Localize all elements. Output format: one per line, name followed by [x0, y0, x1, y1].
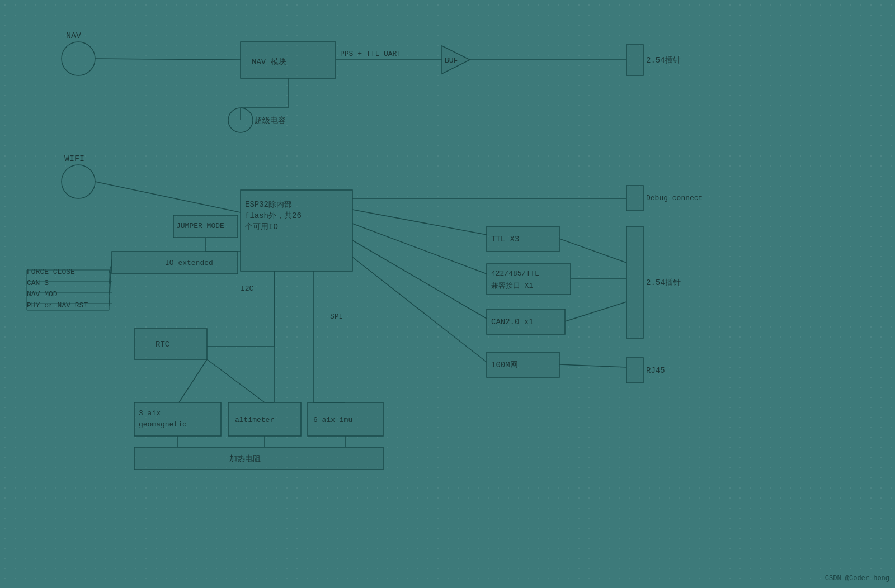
svg-text:超级电容: 超级电容	[255, 116, 286, 125]
svg-text:JUMPER MODE: JUMPER MODE	[176, 222, 224, 230]
svg-text:兼容接口 X1: 兼容接口 X1	[491, 281, 534, 290]
svg-text:NAV MOD: NAV MOD	[27, 290, 58, 298]
svg-rect-65	[626, 226, 643, 338]
svg-rect-50	[626, 186, 643, 211]
svg-line-67	[559, 239, 626, 263]
svg-text:422/485/TTL: 422/485/TTL	[491, 269, 539, 278]
svg-text:NAV 模块: NAV 模块	[252, 58, 286, 67]
svg-text:CAN S: CAN S	[27, 279, 49, 287]
svg-text:100M网: 100M网	[491, 361, 518, 369]
svg-text:PPS + TTL UART: PPS + TTL UART	[340, 50, 401, 58]
svg-text:SPI: SPI	[330, 312, 343, 321]
svg-text:WIFI: WIFI	[64, 154, 84, 164]
svg-rect-73	[134, 329, 207, 359]
schematic-svg: NAV NAV 模块 PPS + TTL UART BUF 2.54插针 超级电…	[0, 0, 895, 588]
svg-text:I2C: I2C	[241, 284, 254, 293]
svg-text:NAV: NAV	[66, 31, 81, 41]
svg-rect-77	[134, 402, 221, 436]
svg-text:3 aix: 3 aix	[139, 409, 161, 418]
svg-line-59	[352, 240, 487, 319]
svg-text:altimeter: altimeter	[235, 416, 274, 424]
svg-text:2.54插针: 2.54插针	[646, 278, 681, 287]
svg-text:RTC: RTC	[156, 340, 169, 349]
svg-line-91	[207, 359, 265, 402]
svg-text:2.54插针: 2.54插针	[646, 56, 681, 65]
svg-text:ESP32除内部: ESP32除内部	[245, 200, 292, 209]
svg-text:TTL X3: TTL X3	[491, 235, 519, 244]
svg-line-90	[179, 359, 207, 402]
svg-point-18	[62, 165, 95, 198]
svg-text:BUF: BUF	[445, 56, 458, 65]
diagram-container: NAV NAV 模块 PPS + TTL UART BUF 2.54插针 超级电…	[0, 0, 895, 588]
svg-text:PHY or NAV RST: PHY or NAV RST	[27, 301, 88, 310]
svg-line-5	[95, 59, 241, 60]
svg-line-72	[559, 364, 626, 367]
svg-line-69	[565, 302, 626, 321]
svg-text:geomagnetic: geomagnetic	[139, 420, 187, 429]
svg-text:FORCE CLOSE: FORCE CLOSE	[27, 268, 75, 276]
svg-text:Debug connect: Debug connect	[646, 194, 703, 202]
svg-rect-70	[626, 358, 643, 383]
svg-line-24	[95, 182, 241, 212]
svg-text:6 aix imu: 6 aix imu	[313, 416, 352, 424]
watermark: CSDN @Coder-hong	[825, 575, 889, 582]
svg-text:加热电阻: 加热电阻	[229, 454, 261, 463]
svg-point-1	[62, 42, 95, 75]
svg-text:CAN2.0 x1: CAN2.0 x1	[491, 317, 534, 326]
svg-rect-11	[626, 45, 643, 75]
svg-text:RJ45: RJ45	[646, 366, 665, 375]
svg-text:IO extended: IO extended	[165, 259, 213, 267]
svg-line-62	[352, 257, 487, 362]
svg-text:flash外，共26: flash外，共26	[245, 211, 302, 220]
svg-text:个可用IO: 个可用IO	[245, 222, 278, 231]
